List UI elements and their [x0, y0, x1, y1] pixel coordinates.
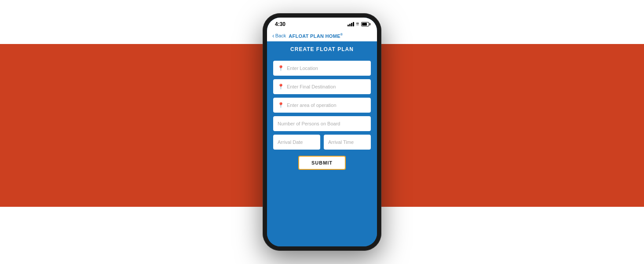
- destination-pin-icon: 📍: [278, 84, 284, 90]
- date-time-row: [273, 135, 371, 150]
- phone-wrapper: 4:30 ⇈ ‹ Bac: [263, 13, 381, 251]
- back-chevron-icon: ‹: [272, 33, 274, 39]
- back-button[interactable]: ‹ Back: [272, 33, 286, 39]
- persons-field[interactable]: [273, 116, 371, 131]
- page-title-bar: CREATE FLOAT PLAN: [267, 41, 377, 56]
- status-time: 4:30: [275, 21, 285, 27]
- arrival-time-field[interactable]: [324, 135, 371, 150]
- page-title: CREATE FLOAT PLAN: [290, 46, 354, 52]
- battery-icon: [361, 22, 369, 26]
- arrival-date-field[interactable]: [273, 135, 320, 150]
- form-area: 📍 📍 📍: [267, 56, 377, 176]
- bottom-area: [267, 176, 377, 246]
- wifi-icon: ⇈: [356, 22, 359, 26]
- area-field[interactable]: 📍: [273, 98, 371, 113]
- status-icons: ⇈: [348, 22, 369, 26]
- submit-button[interactable]: SUBMIT: [298, 156, 346, 170]
- arrival-date-input[interactable]: [278, 139, 316, 145]
- submit-area: SUBMIT: [273, 153, 371, 172]
- nav-title: AFLOAT PLAN HOME®: [289, 33, 343, 39]
- area-input[interactable]: [287, 103, 366, 108]
- destination-input[interactable]: [287, 84, 366, 89]
- location-input[interactable]: [287, 66, 366, 71]
- nav-bar: ‹ Back AFLOAT PLAN HOME®: [267, 30, 377, 41]
- arrival-time-input[interactable]: [328, 139, 366, 145]
- persons-input[interactable]: [278, 121, 366, 126]
- status-bar: 4:30 ⇈: [267, 18, 377, 30]
- area-pin-icon: 📍: [278, 102, 284, 108]
- signal-icon: [348, 22, 354, 26]
- phone-screen: 4:30 ⇈ ‹ Bac: [267, 18, 377, 246]
- phone-device: 4:30 ⇈ ‹ Bac: [263, 13, 381, 251]
- back-label: Back: [275, 33, 286, 38]
- location-pin-icon: 📍: [278, 65, 284, 71]
- location-field[interactable]: 📍: [273, 61, 371, 76]
- destination-field[interactable]: 📍: [273, 79, 371, 94]
